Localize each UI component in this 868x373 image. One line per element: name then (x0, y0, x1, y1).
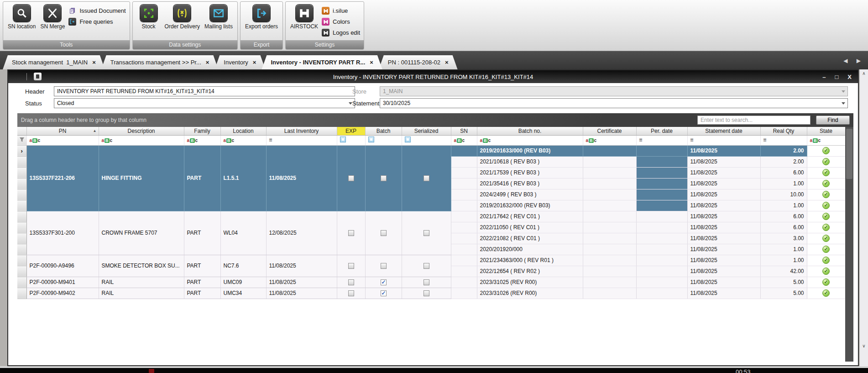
cell-sn[interactable] (451, 277, 477, 288)
serialized-checkbox[interactable] (424, 175, 429, 181)
cell-last-inventory[interactable]: 12/08/2025 (266, 211, 337, 255)
tab-scroll-arrows[interactable]: ◀ ▶ (843, 58, 864, 64)
cell-family[interactable]: PART (184, 145, 220, 211)
tab-close-icon[interactable]: × (206, 59, 209, 66)
cell-sn[interactable] (451, 211, 477, 222)
window-title-bar[interactable]: Inventory - INVENTORY PART RETURNED FROM… (8, 70, 858, 83)
cell-sn[interactable] (451, 233, 477, 244)
i-silue-button[interactable]: i.silue (322, 7, 360, 15)
cell-certificate[interactable] (583, 233, 636, 244)
issued-document-button[interactable]: Issued Document (68, 7, 125, 15)
close-button[interactable]: X (847, 74, 852, 80)
tab-close-icon[interactable]: × (92, 59, 96, 66)
cell-last-inventory[interactable]: 11/08/2025 (266, 145, 337, 211)
cell-description[interactable]: RAIL (99, 277, 184, 288)
column-header-real-qty[interactable]: Real Qty (760, 127, 807, 135)
cell-per-date[interactable] (636, 288, 687, 299)
cell-location[interactable]: UMC34 (220, 288, 266, 299)
cell-statement-date[interactable]: 11/08/2025 (687, 244, 760, 255)
tab-close-icon[interactable]: × (445, 59, 449, 66)
exp-checkbox[interactable] (348, 175, 354, 181)
tab-close-icon[interactable]: × (253, 59, 256, 66)
cell-batch-no[interactable]: 2019/201632/000 (REV B03) (477, 200, 583, 211)
cell-per-date[interactable] (636, 222, 687, 233)
logos-edit-button[interactable]: Logos edit (322, 29, 360, 37)
cell-sn[interactable] (451, 145, 477, 156)
cell-statement-date[interactable]: 11/08/2025 (687, 288, 760, 299)
cell-certificate[interactable] (583, 200, 636, 211)
cell-state[interactable]: ✓ (807, 156, 845, 167)
cell-state[interactable]: ✓ (807, 222, 845, 233)
row-indicator[interactable] (17, 211, 26, 222)
cell-per-date[interactable] (636, 211, 687, 222)
cell-per-date[interactable] (636, 167, 687, 178)
cell-statement-date[interactable]: 11/08/2025 (687, 178, 760, 189)
cell-real-qty[interactable]: 5.00 (760, 288, 807, 299)
exp-checkbox[interactable] (348, 230, 354, 236)
free-queries-button[interactable]: Free queries (68, 18, 125, 26)
cell-state[interactable]: ✓ (807, 233, 845, 244)
cell-certificate[interactable] (583, 178, 636, 189)
cell-certificate[interactable] (583, 145, 636, 156)
column-header-description[interactable]: Description (99, 127, 184, 135)
column-header-state[interactable]: State (807, 127, 845, 135)
column-header-sn[interactable]: SN (451, 127, 477, 135)
filter-cell-location[interactable]: aBc (220, 135, 266, 145)
cell-batch-no[interactable]: 2020/201920/000 (477, 244, 583, 255)
header-input[interactable] (54, 86, 355, 96)
cell-real-qty[interactable]: 42.00 (760, 266, 807, 277)
cell-certificate[interactable] (583, 266, 636, 277)
statement-date-combo[interactable]: 30/10/2025 (380, 98, 848, 108)
cell-batch-no[interactable]: 2022/11050 ( REV C01 ) (477, 222, 583, 233)
status-combo[interactable]: Closed (54, 98, 355, 108)
cell-statement-date[interactable]: 11/08/2025 (687, 277, 760, 288)
cell-last-inventory[interactable]: 11/08/2025 (266, 255, 337, 277)
cell-location[interactable]: L1.5.1 (220, 145, 266, 211)
cell-certificate[interactable] (583, 222, 636, 233)
cell-sn[interactable] (451, 244, 477, 255)
cell-family[interactable]: PART (184, 277, 220, 288)
cell-statement-date[interactable]: 11/08/2025 (687, 145, 760, 156)
tab-3[interactable]: Inventory - INVENTORY PART R...× (261, 55, 382, 69)
cell-batch-no[interactable]: 2021/17539 ( REV B03 ) (477, 167, 583, 178)
scroll-up-icon[interactable]: ∧ (860, 71, 868, 76)
cell-certificate[interactable] (583, 277, 636, 288)
mailing-lists-button[interactable]: Mailing lists (204, 4, 234, 31)
cell-certificate[interactable] (583, 255, 636, 266)
cell-state[interactable]: ✓ (807, 145, 845, 156)
batch-checkbox[interactable] (381, 175, 387, 181)
cell-location[interactable]: WL04 (220, 211, 266, 255)
column-header-per-date[interactable]: Per. date (636, 127, 687, 135)
airstock-button[interactable]: AIRSTOCK (289, 4, 319, 31)
cell-batch-no[interactable]: 2023/31025 (REV R00) (477, 277, 583, 288)
serialized-checkbox[interactable] (424, 263, 429, 269)
cell-real-qty[interactable]: 6.00 (760, 211, 807, 222)
column-header-family[interactable]: Family (184, 127, 220, 135)
export-orders-button[interactable]: Export orders (244, 4, 279, 31)
row-indicator[interactable] (17, 222, 26, 233)
batch-checkbox[interactable] (381, 290, 387, 296)
column-header-location[interactable]: Location (220, 127, 266, 135)
cell-certificate[interactable] (583, 288, 636, 299)
find-button[interactable]: Find (816, 116, 850, 125)
column-header-last-inventory[interactable]: Last Inventory (266, 127, 337, 135)
tab-0[interactable]: Stock management 1_MAIN× (3, 55, 105, 69)
row-indicator[interactable]: › (17, 145, 26, 156)
document-window-icon[interactable] (34, 73, 42, 80)
filter-cell-real-qty[interactable]: = (760, 135, 807, 145)
cell-pn[interactable]: 13S5337F221-206 (26, 145, 99, 211)
cell-sn[interactable] (451, 156, 477, 167)
filter-cell-exp[interactable] (337, 135, 365, 145)
cell-real-qty[interactable]: 3.00 (760, 233, 807, 244)
cell-family[interactable]: PART (184, 255, 220, 277)
cell-statement-date[interactable]: 11/08/2025 (687, 167, 760, 178)
batch-checkbox[interactable] (381, 279, 387, 285)
cell-sn[interactable] (451, 255, 477, 266)
cell-pn[interactable]: 13S5337F301-200 (26, 211, 99, 255)
cell-per-date[interactable] (636, 255, 687, 266)
cell-last-inventory[interactable]: 11/08/2025 (266, 288, 337, 299)
tab-1[interactable]: Transactions management >> Pr...× (101, 55, 219, 69)
column-header-batch-no[interactable]: Batch no. (477, 127, 583, 135)
batch-checkbox[interactable] (381, 263, 387, 269)
cell-real-qty[interactable]: 1.00 (760, 178, 807, 189)
